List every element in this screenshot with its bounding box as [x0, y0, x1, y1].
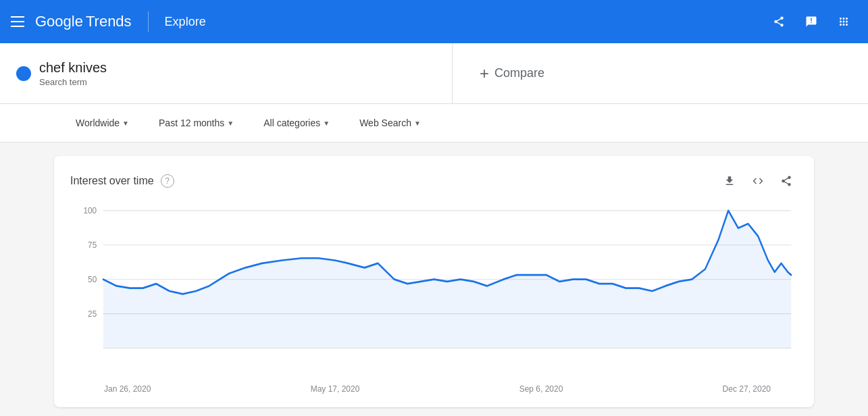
x-label-dec: Dec 27, 2020	[723, 384, 771, 394]
download-button[interactable]	[718, 170, 741, 192]
search-term-type: Search term	[39, 77, 107, 87]
card-actions	[718, 170, 798, 192]
time-chevron-icon: ▼	[227, 120, 234, 127]
logo: Google Trends	[35, 13, 132, 30]
help-icon[interactable]: ?	[161, 174, 174, 188]
interest-over-time-card: Interest over time ?	[54, 156, 814, 407]
header-divider	[148, 11, 149, 32]
logo-google: Google	[35, 13, 83, 30]
card-title: Interest over time	[70, 175, 154, 187]
compare-container[interactable]: + Compare	[453, 43, 868, 103]
x-label-sep: Sep 6, 2020	[519, 384, 563, 394]
share-chart-button[interactable]	[775, 170, 798, 192]
compare-plus-icon: +	[480, 64, 489, 83]
feedback-button[interactable]	[798, 8, 825, 35]
share-button[interactable]	[765, 8, 792, 35]
compare-label: Compare	[494, 66, 544, 80]
app-header: Google Trends Explore	[0, 0, 868, 43]
search-term-container: chef knives Search term	[0, 43, 453, 103]
explore-label: Explore	[165, 15, 206, 29]
apps-button[interactable]	[830, 8, 857, 35]
embed-button[interactable]	[746, 170, 769, 192]
chart-svg: 100 75 50 25	[70, 203, 798, 379]
search-term-info: chef knives Search term	[39, 60, 107, 87]
search-type-chevron-icon: ▼	[414, 120, 421, 127]
svg-text:50: 50	[88, 274, 97, 284]
location-label: Worldwide	[76, 118, 120, 128]
x-label-jan: Jan 26, 2020	[104, 384, 151, 394]
filters-bar: Worldwide ▼ Past 12 months ▼ All categor…	[0, 104, 868, 142]
chart-container: 100 75 50 25	[70, 203, 798, 379]
location-filter[interactable]: Worldwide ▼	[68, 112, 137, 134]
logo-trends: Trends	[86, 13, 132, 30]
time-filter[interactable]: Past 12 months ▼	[151, 112, 242, 134]
card-title-area: Interest over time ?	[70, 174, 174, 188]
menu-icon[interactable]	[11, 16, 24, 27]
svg-text:75: 75	[88, 240, 97, 251]
time-label: Past 12 months	[159, 118, 224, 128]
search-type-label: Web Search	[359, 118, 411, 128]
search-term-name[interactable]: chef knives	[39, 60, 107, 76]
search-type-filter[interactable]: Web Search ▼	[351, 112, 429, 134]
main-content: Interest over time ?	[0, 142, 868, 416]
search-dot	[16, 66, 31, 81]
svg-text:25: 25	[88, 309, 97, 319]
categories-chevron-icon: ▼	[323, 120, 330, 127]
x-axis-labels: Jan 26, 2020 May 17, 2020 Sep 6, 2020 De…	[70, 379, 798, 394]
categories-filter[interactable]: All categories ▼	[255, 112, 338, 134]
svg-text:100: 100	[84, 206, 97, 216]
header-icons	[765, 8, 857, 35]
x-label-may: May 17, 2020	[311, 384, 360, 394]
categories-label: All categories	[263, 118, 320, 128]
card-header: Interest over time ?	[70, 170, 798, 192]
location-chevron-icon: ▼	[122, 120, 129, 127]
search-area: chef knives Search term + Compare	[0, 43, 868, 104]
